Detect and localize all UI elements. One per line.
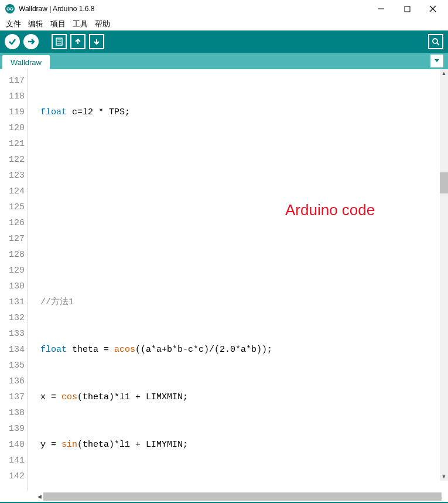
- svg-rect-2: [405, 6, 410, 12]
- menu-help[interactable]: 帮助: [93, 18, 112, 30]
- line-number: 125: [0, 199, 25, 215]
- save-button[interactable]: [89, 34, 104, 49]
- horizontal-scrollbar[interactable]: [43, 492, 432, 501]
- line-number: 124: [0, 183, 25, 199]
- code-editor[interactable]: 117 118 119 120 121 122 123 124 125 126 …: [0, 69, 448, 491]
- tab-menu-button[interactable]: [430, 55, 443, 67]
- line-number: 136: [0, 373, 25, 389]
- code-line: float theta = acos((a*a+b*b-c*c)/(2.0*a*…: [30, 342, 448, 358]
- svg-line-7: [437, 43, 439, 45]
- line-number: 117: [0, 73, 25, 89]
- code-area[interactable]: float c=l2 * TPS; //方法1 float theta = ac…: [27, 69, 448, 491]
- menu-file[interactable]: 文件: [4, 18, 23, 30]
- vscroll-thumb[interactable]: [440, 172, 448, 193]
- menu-edit[interactable]: 编辑: [26, 18, 46, 30]
- code-line: y = sin(theta)*l1 + LIMYMIN;: [30, 437, 448, 453]
- hscroll-left-arrow[interactable]: ◀: [35, 492, 43, 501]
- toolbar: [0, 30, 448, 53]
- line-number: 137: [0, 389, 25, 405]
- line-number: 120: [0, 120, 25, 136]
- line-number: 122: [0, 152, 25, 168]
- verify-button[interactable]: [5, 34, 20, 49]
- svg-point-6: [433, 39, 437, 43]
- tab-bar: Walldraw: [0, 53, 448, 69]
- annotation-label: Arduino code: [285, 202, 375, 218]
- line-number: 133: [0, 326, 25, 342]
- line-number: 132: [0, 310, 25, 326]
- line-number: 119: [0, 104, 25, 120]
- code-line: [30, 152, 448, 168]
- line-number: 129: [0, 263, 25, 278]
- line-number: 128: [0, 247, 25, 263]
- line-number: 142: [0, 468, 25, 484]
- line-number: 126: [0, 215, 25, 231]
- upload-button[interactable]: [23, 34, 39, 49]
- minimize-button[interactable]: [375, 3, 387, 15]
- line-number: 138: [0, 405, 25, 421]
- window-title: Walldraw | Arduino 1.6.8: [19, 5, 375, 13]
- line-number: 121: [0, 136, 25, 152]
- tab-walldraw[interactable]: Walldraw: [2, 55, 50, 69]
- maximize-button[interactable]: [401, 3, 413, 15]
- line-number: 131: [0, 294, 25, 310]
- app-icon: [5, 4, 15, 14]
- menu-bar: 文件 编辑 项目 工具 帮助: [0, 18, 448, 30]
- close-button[interactable]: [427, 3, 439, 15]
- line-number: 130: [0, 278, 25, 294]
- line-number: 134: [0, 342, 25, 358]
- code-line: [30, 247, 448, 263]
- line-number: 123: [0, 168, 25, 183]
- serial-monitor-button[interactable]: [428, 34, 443, 49]
- menu-tools[interactable]: 工具: [70, 18, 90, 30]
- new-button[interactable]: [52, 34, 67, 49]
- window-controls: [375, 3, 439, 15]
- vscroll-down-arrow[interactable]: ▼: [440, 473, 448, 481]
- hscroll-thumb[interactable]: [43, 492, 442, 501]
- line-number: 139: [0, 421, 25, 437]
- code-line: //方法1: [30, 294, 448, 310]
- code-line: float c=l2 * TPS;: [30, 104, 448, 120]
- vertical-scrollbar[interactable]: ▲ ▼: [440, 69, 448, 481]
- line-number: 135: [0, 358, 25, 373]
- code-line: [30, 484, 448, 491]
- code-line: [30, 199, 448, 215]
- line-number: 127: [0, 231, 25, 247]
- title-bar: Walldraw | Arduino 1.6.8: [0, 0, 448, 18]
- line-number: 140: [0, 437, 25, 453]
- menu-project[interactable]: 项目: [48, 18, 68, 30]
- code-line: x = cos(theta)*l1 + LIMXMIN;: [30, 389, 448, 405]
- line-number: 118: [0, 89, 25, 104]
- line-gutter: 117 118 119 120 121 122 123 124 125 126 …: [0, 69, 27, 491]
- vscroll-up-arrow[interactable]: ▲: [440, 69, 448, 77]
- horizontal-scroll-row: ◀ ▶: [0, 491, 448, 502]
- line-number: 141: [0, 453, 25, 468]
- open-button[interactable]: [70, 34, 86, 49]
